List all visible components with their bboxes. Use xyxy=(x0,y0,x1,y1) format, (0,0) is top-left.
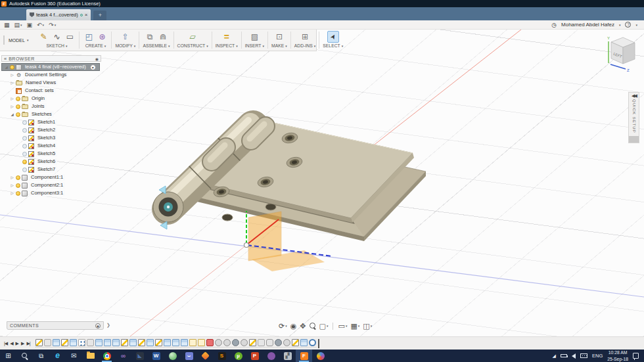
new-body-icon[interactable]: ◰ xyxy=(83,31,95,43)
visibility-bulb-icon[interactable] xyxy=(16,183,20,188)
construction-plane-icon[interactable]: ▱ xyxy=(187,31,198,43)
timeline-feature-extrude[interactable] xyxy=(53,339,60,346)
browser-item-named-views[interactable]: ▷Named Views xyxy=(1,79,101,87)
browser-item-component1-1[interactable]: ▷Component1:1 xyxy=(1,173,101,181)
zoom-button[interactable] xyxy=(310,323,316,329)
timeline-feature-joint[interactable] xyxy=(241,339,248,346)
comments-expander-icon[interactable]: ❯ xyxy=(106,323,110,328)
orbit-button[interactable]: ⟳▾ xyxy=(279,322,287,330)
toolbar-group-label-insert[interactable]: INSERT▾ xyxy=(245,43,264,48)
browser-item-sketch6[interactable]: Sketch6 xyxy=(1,158,101,166)
timeline-feature-box[interactable] xyxy=(87,339,94,346)
comments-menu-icon[interactable]: ◉ xyxy=(95,323,101,328)
timeline-feature-box[interactable] xyxy=(44,339,51,346)
timeline-feature-extrude[interactable] xyxy=(104,339,111,346)
toolbar-group-label-construct[interactable]: CONSTRUCT▾ xyxy=(177,43,208,48)
origin-point[interactable] xyxy=(244,243,249,248)
timeline-feature-extrude[interactable] xyxy=(112,339,120,346)
visibility-bulb-icon[interactable] xyxy=(10,65,14,70)
select-cursor-icon[interactable]: ➤ xyxy=(327,31,339,43)
visibility-bulb-icon[interactable] xyxy=(22,120,27,125)
comments-panel[interactable]: COMMENTS ◉ xyxy=(7,321,104,330)
timeline-feature-jointd[interactable] xyxy=(275,339,282,346)
browser-item-sketch1[interactable]: Sketch1 xyxy=(1,118,101,126)
browser-item-sketch5[interactable]: Sketch5 xyxy=(1,150,101,158)
timeline-control-2[interactable]: ▶ xyxy=(16,341,18,346)
taskbar-gray-app[interactable]: ▞ xyxy=(279,350,296,362)
visibility-bulb-icon[interactable] xyxy=(16,97,20,101)
joint-icon[interactable]: ⋒ xyxy=(157,31,169,43)
expander-icon[interactable]: ▷ xyxy=(10,175,14,179)
toolbar-group-label-inspect[interactable]: INSPECT▾ xyxy=(216,43,238,48)
timeline-feature-pin[interactable] xyxy=(206,339,214,346)
browser-item-sketch7[interactable]: Sketch7 xyxy=(1,166,101,173)
taskbar-sublime[interactable]: S xyxy=(214,350,230,362)
taskbar-search[interactable] xyxy=(16,350,33,362)
timeline-feature-extrude[interactable] xyxy=(300,339,308,346)
taskbar-purple-app[interactable] xyxy=(263,350,279,362)
user-account-menu[interactable]: Mohamed Abdel Hafez xyxy=(561,22,614,28)
browser-item-joints[interactable]: ▷Joints xyxy=(1,102,101,110)
display-settings-button[interactable]: ▭▾ xyxy=(338,322,347,330)
timeline-feature-sketch[interactable] xyxy=(138,339,145,346)
taskbar-file-explorer[interactable] xyxy=(82,350,99,362)
keyboard-icon[interactable] xyxy=(580,353,587,358)
taskbar-start[interactable]: ⊞ xyxy=(0,350,16,362)
visibility-bulb-icon[interactable] xyxy=(22,144,27,148)
scripts-addins-icon[interactable]: ⊞ xyxy=(299,31,311,43)
spline-icon[interactable]: ∿ xyxy=(51,31,62,43)
x-axis-negative[interactable] xyxy=(130,245,246,336)
insert-image-icon[interactable]: ▨ xyxy=(248,31,260,43)
timeline-control-3[interactable]: ▶ xyxy=(21,341,24,346)
highlight-plane-vertical[interactable] xyxy=(248,212,281,261)
job-status-icon[interactable]: ◷ xyxy=(551,22,557,28)
tray-clock[interactable]: 10:28 AM 25-Sep-18 xyxy=(607,350,628,361)
visibility-bulb-icon[interactable] xyxy=(22,136,27,141)
timeline-feature-sketch[interactable] xyxy=(121,339,128,346)
visibility-bulb-icon[interactable] xyxy=(22,152,27,156)
browser-item-component2-1[interactable]: ▷Component2:1 xyxy=(1,181,101,189)
undo-button[interactable]: ↶▾ xyxy=(37,22,44,28)
timeline-feature-doc[interactable] xyxy=(198,339,205,346)
taskbar-fusion-360[interactable]: F xyxy=(296,350,312,362)
document-tab[interactable]: teask 4 f...covered) × xyxy=(26,9,91,20)
taskbar-discord[interactable]: ⌣ xyxy=(181,350,197,362)
make-icon[interactable]: ⊡ xyxy=(273,31,285,43)
taskbar-dark-app[interactable]: ◣ xyxy=(131,350,148,362)
language-indicator[interactable]: ENG xyxy=(592,353,603,359)
timeline-feature-joint[interactable] xyxy=(223,339,231,346)
timeline-feature-circ[interactable] xyxy=(309,339,316,346)
taskbar-chrome[interactable] xyxy=(99,350,115,362)
timeline-feature-doc[interactable] xyxy=(189,339,196,346)
browser-item-sketch3[interactable]: Sketch3 xyxy=(1,134,101,142)
browser-item-teask-4-final-v8-recovered-[interactable]: ◢teask 4 final (v8~recovered)▾ xyxy=(1,63,100,71)
expander-icon[interactable]: ▷ xyxy=(10,104,14,108)
timeline-feature-extrude[interactable] xyxy=(129,339,137,346)
timeline-feature-link[interactable] xyxy=(266,339,273,346)
action-center-icon[interactable] xyxy=(633,353,639,359)
create-sketch-icon[interactable]: ✎ xyxy=(37,31,49,43)
battery-icon[interactable] xyxy=(561,354,567,357)
expander-icon[interactable]: ▷ xyxy=(10,97,14,101)
timeline-control-4[interactable]: ▶| xyxy=(26,341,30,346)
pan-button[interactable]: ✥ xyxy=(300,322,306,330)
timeline-feature-sketch[interactable] xyxy=(61,339,68,346)
toolbar-group-label-sketch[interactable]: SKETCH▾ xyxy=(46,43,67,48)
measure-icon[interactable]: = xyxy=(221,31,233,43)
expander-icon[interactable]: ◢ xyxy=(4,65,9,69)
taskbar-utorrent[interactable]: µ xyxy=(230,350,246,362)
toolbar-group-label-assemble[interactable]: ASSEMBLE▾ xyxy=(143,43,170,48)
fit-button[interactable]: ▢▾ xyxy=(319,322,329,330)
timeline-feature-extrude[interactable] xyxy=(70,339,77,346)
browser-header[interactable]: « BROWSER ◉ xyxy=(1,55,101,62)
timeline-feature-extrude[interactable] xyxy=(172,339,179,346)
toolbar-group-label-modify[interactable]: MODIFY▾ xyxy=(115,43,135,48)
new-tab-button[interactable]: + xyxy=(93,11,106,20)
tab-close-icon[interactable]: × xyxy=(85,12,88,18)
toolbar-group-label-make[interactable]: MAKE▾ xyxy=(271,43,287,48)
taskbar-mail[interactable]: ✉ xyxy=(66,350,82,362)
file-menu-button[interactable]: ▤▾ xyxy=(14,22,22,28)
visibility-bulb-icon[interactable] xyxy=(16,191,20,196)
timeline-feature-sketch[interactable] xyxy=(35,339,43,346)
network-icon[interactable]: ◢ xyxy=(553,353,556,359)
